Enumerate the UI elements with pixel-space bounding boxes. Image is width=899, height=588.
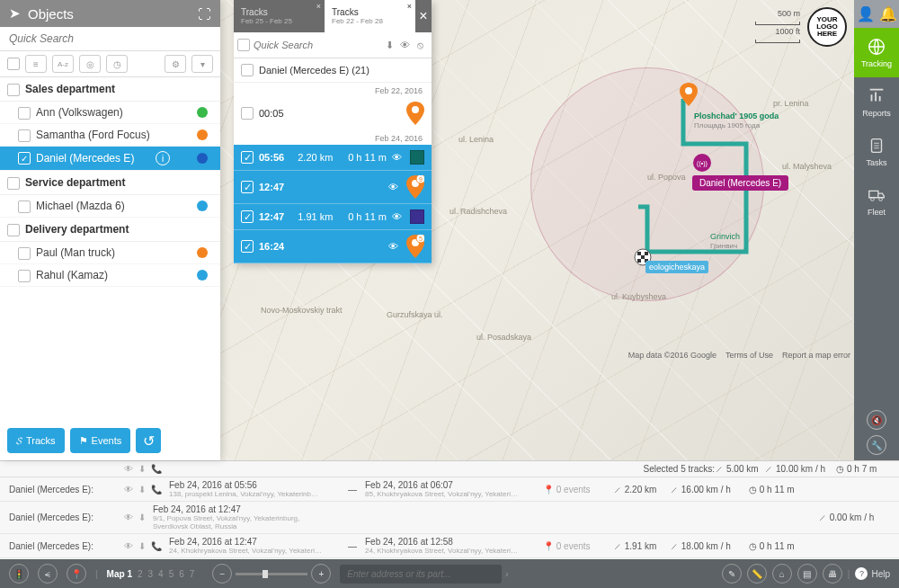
nav-fleet[interactable]: Fleet — [854, 176, 899, 226]
events-button[interactable]: ⚑Events — [70, 428, 131, 453]
expand-icon[interactable]: ⛶ — [198, 6, 211, 22]
department-delivery[interactable]: Delivery department — [0, 218, 220, 242]
close-icon[interactable]: × — [316, 2, 321, 11]
print-icon[interactable]: 🖶 — [823, 564, 842, 584]
object-ann[interactable]: Ann (Volkswagen) — [0, 102, 220, 124]
page-link[interactable]: 5 — [169, 569, 174, 579]
row-checkbox[interactable]: ✓ — [241, 240, 254, 253]
color-swatch[interactable] — [410, 150, 424, 165]
obj-checkbox[interactable] — [18, 270, 31, 282]
row-checkbox[interactable] — [241, 107, 254, 120]
color-swatch[interactable] — [410, 209, 424, 224]
select-all-checkbox[interactable] — [7, 58, 20, 70]
profile-icon[interactable]: 👤 — [857, 5, 875, 22]
sort-az-icon[interactable]: A-z — [52, 55, 74, 73]
subject-checkbox[interactable] — [241, 64, 254, 76]
terms-link[interactable]: Terms of Use — [725, 351, 773, 360]
row-checkbox[interactable]: ✓ — [241, 181, 254, 193]
object-paul[interactable]: Paul (Man truck) — [0, 242, 220, 264]
info-icon[interactable]: i — [156, 151, 170, 165]
map-current[interactable]: Map 1 — [107, 569, 132, 579]
track-subject[interactable]: Daniel (Mercedes E) (21) — [234, 58, 432, 83]
pencil-icon[interactable]: ✎ — [722, 564, 742, 584]
nav-reports[interactable]: Reports — [854, 77, 899, 127]
page-link[interactable]: 4 — [158, 569, 164, 579]
wrench-icon[interactable]: 🔧 — [867, 435, 886, 455]
sound-icon[interactable]: 🔇 — [867, 410, 886, 430]
settings-icon[interactable]: ⚙ — [165, 55, 186, 73]
objects-search-input[interactable] — [0, 27, 220, 50]
department-service[interactable]: Service department — [0, 171, 220, 195]
zoom-slider[interactable] — [236, 573, 307, 575]
row-checkbox[interactable]: ✓ — [241, 210, 254, 223]
bell-icon[interactable]: 🔔 — [879, 5, 897, 22]
track-row[interactable]: ✓ 16:24 👁 5 — [234, 230, 432, 263]
tracks-select-all[interactable] — [237, 39, 250, 51]
right-nav: 👤 🔔 Tracking Reports Tasks Fleet 🔇 🔧 — [854, 0, 899, 460]
list-view-icon[interactable]: ≡ — [25, 55, 47, 73]
beacon-label[interactable]: ((•)) Daniel (Mercedes E) — [692, 153, 788, 191]
tracks-tab-1[interactable]: TracksFeb 25 - Feb 25× — [234, 0, 325, 32]
eye-icon[interactable]: 👁 — [397, 37, 413, 53]
object-rahul[interactable]: Rahul (Kamaz) — [0, 264, 220, 287]
zoom-in-icon[interactable]: + — [311, 564, 331, 584]
ruler-icon[interactable]: 📏 — [747, 564, 767, 584]
dept-checkbox[interactable] — [7, 84, 20, 96]
report-error-link[interactable]: Report a map error — [782, 351, 850, 360]
dept-checkbox[interactable] — [7, 224, 20, 236]
map-pin-start[interactable] — [680, 83, 698, 106]
track-row[interactable]: ✓ 12:47 👁 9 — [234, 171, 432, 204]
obj-checkbox[interactable] — [18, 200, 31, 213]
department-sales[interactable]: Sales department — [0, 77, 220, 102]
close-all-icon[interactable]: × — [415, 0, 432, 32]
object-daniel[interactable]: Daniel (Mercedes E)i — [0, 147, 220, 171]
download-icon[interactable]: ⬇ — [138, 464, 146, 474]
page-link[interactable]: 3 — [148, 569, 154, 579]
obj-checkbox[interactable] — [18, 107, 31, 120]
track-row[interactable]: ✓ 12:47 1.91 km 0 h 11 m 👁 — [234, 204, 432, 230]
close-icon[interactable]: × — [407, 2, 412, 11]
share-icon[interactable]: ⪪ — [38, 564, 58, 584]
clock-icon[interactable]: ◷ — [106, 55, 128, 73]
zoom-out-icon[interactable]: − — [212, 564, 232, 584]
tracks-button[interactable]: 𝓢Tracks — [7, 428, 65, 453]
download-icon[interactable]: ⬇ — [382, 37, 397, 53]
page-link[interactable]: 6 — [179, 569, 184, 579]
eye-icon[interactable]: 👁 — [124, 464, 133, 474]
object-michael[interactable]: Michael (Mazda 6) — [0, 195, 220, 218]
nav-tasks[interactable]: Tasks — [854, 127, 899, 176]
phone-icon[interactable]: 📞 — [151, 464, 162, 474]
row-checkbox[interactable]: ✓ — [241, 151, 254, 164]
obj-checkbox[interactable] — [18, 152, 31, 165]
obj-checkbox[interactable] — [18, 129, 31, 142]
page-link[interactable]: 2 — [138, 569, 143, 579]
table-row[interactable]: Daniel (Mercedes E):👁⬇📞Feb 24, 2016 at 1… — [0, 534, 899, 558]
eye-icon[interactable]: 👁 — [388, 182, 401, 192]
history-button[interactable]: ↺ — [136, 428, 161, 453]
help-button[interactable]: ?Help — [855, 567, 890, 580]
tracks-search-input[interactable] — [250, 36, 382, 54]
nav-tracking[interactable]: Tracking — [854, 28, 899, 77]
collapse-icon[interactable]: ▾ — [191, 55, 213, 73]
dept-checkbox[interactable] — [7, 177, 20, 190]
eye-off-icon[interactable]: ⦸ — [413, 37, 428, 53]
table-row[interactable]: Daniel (Mercedes E):👁⬇📞Feb 24, 2016 at 0… — [0, 477, 899, 502]
eye-icon[interactable]: 👁 — [392, 211, 405, 222]
target-icon[interactable]: ◎ — [79, 55, 101, 73]
map-attribution: Map data ©2016 Google Terms of Use Repor… — [628, 351, 850, 360]
object-samantha[interactable]: Samantha (Ford Focus) — [0, 124, 220, 147]
eye-icon[interactable]: 👁 — [388, 241, 401, 252]
eye-icon[interactable]: 👁 — [392, 152, 405, 163]
layers-icon[interactable]: ▤ — [797, 564, 817, 584]
home-icon[interactable]: ⌂ — [772, 564, 792, 584]
tracks-tab-2[interactable]: TracksFeb 22 - Feb 28× — [325, 0, 415, 32]
objects-toolbar: ≡ A-z ◎ ◷ ⚙ ▾ — [0, 51, 220, 77]
table-row[interactable]: Daniel (Mercedes E):👁⬇Feb 24, 2016 at 12… — [0, 502, 899, 534]
pin-icon[interactable]: 📍 — [67, 564, 86, 584]
page-link[interactable]: 7 — [190, 569, 195, 579]
address-input[interactable] — [340, 565, 502, 584]
obj-checkbox[interactable] — [18, 247, 31, 260]
track-row[interactable]: ✓ 05:56 2.20 km 0 h 11 m 👁 — [234, 145, 432, 171]
traffic-icon[interactable]: 🚦 — [9, 564, 29, 584]
track-row[interactable]: 00:05 — [234, 97, 432, 130]
